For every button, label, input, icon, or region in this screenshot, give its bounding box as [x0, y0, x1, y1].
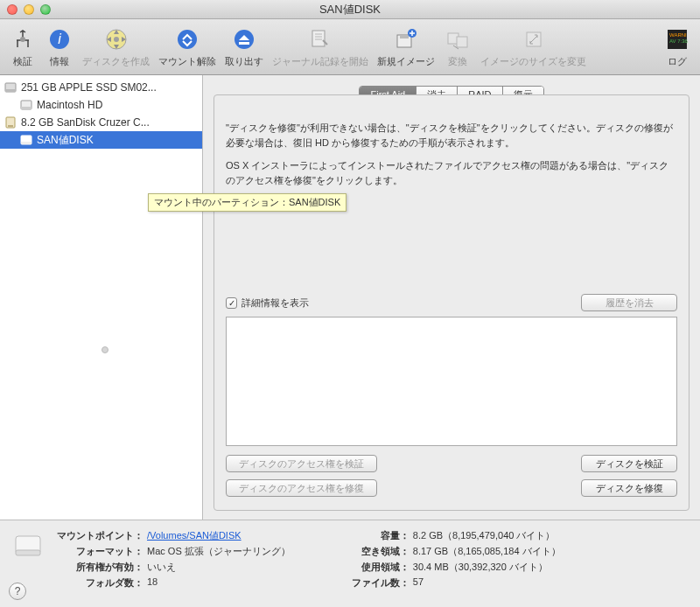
svg-rect-10: [400, 35, 409, 38]
convert-icon: [444, 25, 472, 53]
info-value: 30.4 MB（30,392,320 バイト）: [413, 561, 548, 574]
info-value[interactable]: /Volumes/SAN値DISK: [147, 529, 242, 542]
toolbar-label: ジャーナル記録を開始: [272, 56, 368, 68]
log-icon: WARNIAV 7:36: [663, 25, 691, 53]
volume-icon: [4, 115, 18, 129]
zoom-icon[interactable]: [40, 4, 51, 15]
svg-rect-19: [5, 89, 16, 92]
sidebar: 251 GB APPLE SSD SM02...Macintosh HD8.2 …: [0, 75, 203, 520]
clear-history-button[interactable]: 履歴を消去: [581, 294, 677, 311]
info-icon: i: [46, 25, 74, 53]
info-label: フォーマット：: [56, 545, 147, 558]
sidebar-item-label: Macintosh HD: [37, 99, 102, 111]
traffic-lights: [7, 4, 51, 15]
svg-rect-27: [16, 550, 40, 555]
info-value: いいえ: [147, 561, 176, 574]
toolbar-eject[interactable]: 取り出す: [221, 24, 267, 70]
svg-point-4: [114, 37, 119, 42]
toolbar-create: ディスクを作成: [79, 24, 153, 70]
help-text-2: OS X インストーラによってインストールされたファイルでアクセス権の問題がある…: [226, 158, 677, 187]
verify-disk-button[interactable]: ディスクを検証: [581, 455, 677, 472]
checkbox-icon: ✓: [226, 297, 237, 309]
sidebar-item[interactable]: SAN値DISK: [0, 131, 202, 149]
toolbar-verify[interactable]: 検証: [5, 24, 40, 70]
create-icon: [102, 25, 130, 53]
sidebar-item[interactable]: 8.2 GB SanDisk Cruzer C...: [0, 114, 202, 131]
newimg-icon: [392, 25, 420, 53]
info-row: 使用領域：30.4 MB（30,392,320 バイト）: [322, 561, 561, 574]
info-row: 所有権が有効：いいえ: [56, 561, 290, 574]
main-panel: First Aid消去RAID復元 "ディスクを修復"が利用できない場合は、"デ…: [203, 75, 700, 520]
minimize-icon[interactable]: [24, 4, 34, 15]
volume-icon: [19, 98, 33, 112]
toolbar-label: 新規イメージ: [377, 56, 435, 68]
sidebar-item[interactable]: 251 GB APPLE SSD SM02...: [0, 79, 202, 96]
journal-icon: [306, 25, 334, 53]
disk-icon: [10, 529, 46, 564]
toolbar-convert: 変換: [440, 24, 475, 70]
toolbar-label: 変換: [448, 56, 467, 68]
info-label: 使用領域：: [322, 561, 413, 574]
info-value: 18: [147, 576, 158, 590]
repair-disk-button[interactable]: ディスクを修復: [581, 479, 677, 497]
info-value: 8.17 GB（8,165,085,184 バイト）: [413, 545, 561, 558]
toolbar-label: ディスクを作成: [82, 56, 150, 68]
info-value: 8.2 GB（8,195,479,040 バイト）: [413, 529, 556, 542]
toolbar-journal: ジャーナル記録を開始: [269, 24, 372, 70]
sidebar-item-label: 251 GB APPLE SSD SM02...: [21, 81, 157, 94]
svg-text:i: i: [58, 31, 61, 46]
info-value: Mac OS 拡張（ジャーナリング）: [147, 545, 290, 558]
info-label: ファイル数：: [322, 576, 413, 590]
svg-rect-23: [8, 125, 13, 127]
title-bar: SAN値DISK: [0, 0, 700, 19]
info-label: 容量：: [322, 529, 413, 542]
info-label: フォルダ数：: [56, 576, 147, 590]
verify-icon: [9, 25, 37, 53]
toolbar-newimg[interactable]: 新規イメージ: [374, 24, 438, 70]
info-row: フォーマット：Mac OS 拡張（ジャーナリング）: [56, 545, 290, 558]
info-bar: マウントポイント：/Volumes/SAN値DISKフォーマット：Mac OS …: [0, 520, 700, 607]
svg-rect-7: [239, 42, 249, 45]
toolbar-label: マウント解除: [158, 56, 216, 68]
toolbar-label: 取り出す: [225, 56, 263, 68]
toolbar-label: 情報: [50, 56, 69, 68]
resize-icon: [520, 25, 548, 53]
toolbar-label: ログ: [668, 56, 687, 68]
verify-permissions-button[interactable]: ディスクのアクセス権を検証: [226, 455, 377, 472]
toolbar-label: イメージのサイズを変更: [480, 56, 586, 68]
info-row: フォルダ数：18: [56, 576, 290, 590]
svg-rect-8: [312, 31, 325, 46]
toolbar-unmount[interactable]: マウント解除: [155, 24, 220, 70]
help-button[interactable]: ?: [9, 583, 26, 600]
toolbar-log[interactable]: WARNIAV 7:36ログ: [660, 24, 695, 70]
volume-icon: [4, 80, 18, 94]
info-value: 57: [413, 576, 424, 590]
svg-rect-25: [21, 142, 32, 144]
toolbar-label: 検証: [13, 56, 32, 68]
sidebar-item-label: 8.2 GB SanDisk Cruzer C...: [21, 116, 150, 129]
svg-rect-21: [21, 107, 32, 109]
toolbar-info[interactable]: i情報: [42, 24, 77, 70]
info-row: ファイル数：57: [322, 576, 561, 590]
volume-icon: [19, 133, 33, 147]
info-row: 空き領域：8.17 GB（8,165,085,184 バイト）: [322, 545, 561, 558]
toolbar-resize: イメージのサイズを変更: [477, 24, 590, 70]
help-text-1: "ディスクを修復"が利用できない場合は、"ディスクを検証"をクリックしてください…: [226, 121, 677, 150]
info-label: 所有権が有効：: [56, 561, 147, 574]
info-row: マウントポイント：/Volumes/SAN値DISK: [56, 529, 290, 542]
repair-permissions-button[interactable]: ディスクのアクセス権を修復: [226, 479, 377, 497]
sidebar-item[interactable]: Macintosh HD: [0, 96, 202, 114]
unmount-icon: [173, 25, 201, 53]
log-output: [226, 317, 677, 446]
svg-text:AV 7:36: AV 7:36: [669, 38, 689, 44]
tooltip: マウント中のパーティション：SAN値DISK: [148, 193, 346, 212]
info-label: 空き領域：: [322, 545, 413, 558]
svg-point-0: [20, 37, 25, 42]
toolbar: 検証i情報ディスクを作成マウント解除取り出すジャーナル記録を開始新規イメージ変換…: [0, 19, 700, 75]
window-title: SAN値DISK: [0, 2, 700, 17]
sidebar-resize-icon[interactable]: [102, 346, 108, 353]
info-label: マウントポイント：: [56, 529, 147, 542]
show-detail-label: 詳細情報を表示: [242, 297, 309, 310]
close-icon[interactable]: [7, 4, 18, 15]
show-detail-checkbox[interactable]: ✓ 詳細情報を表示: [226, 297, 309, 310]
